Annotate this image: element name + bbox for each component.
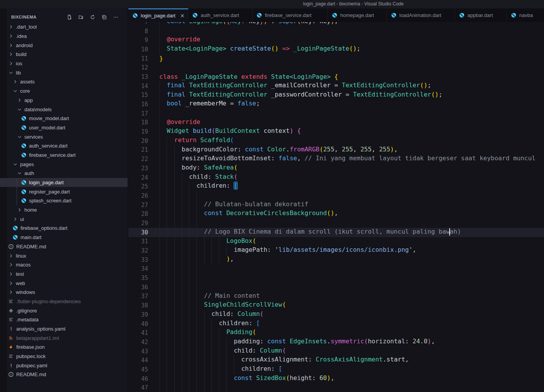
line-number[interactable]: 26	[128, 192, 148, 199]
code-line-31[interactable]: 31LogoBox(	[128, 237, 544, 246]
code-line-34[interactable]: 34	[128, 265, 544, 274]
tab-homepage-dart[interactable]: homepage.dart	[328, 8, 387, 22]
line-number[interactable]: 45	[128, 366, 148, 373]
line-number[interactable]: 16	[128, 101, 148, 108]
tree-file-belajarappdart1-iml[interactable]: belajarappdart1.iml	[0, 333, 128, 343]
tree-file-analysis-options-yaml[interactable]: !analysis_options.yaml	[0, 324, 128, 334]
line-number[interactable]: 7	[128, 22, 148, 25]
new-file-icon[interactable]	[66, 14, 73, 20]
tree-file-main-dart[interactable]: main.dart	[0, 233, 128, 242]
tree-folder-data-models[interactable]: data\models	[0, 105, 128, 114]
line-number[interactable]: 36	[128, 284, 148, 291]
code-line-14[interactable]: 14final TextEditingController _emailCont…	[128, 81, 544, 91]
line-number[interactable]: 46	[128, 375, 148, 382]
code-line-33[interactable]: 33),	[128, 255, 544, 265]
line-number[interactable]: 21	[128, 146, 148, 153]
chevron-down-icon[interactable]	[16, 170, 22, 176]
line-number[interactable]: 42	[128, 339, 148, 346]
tree-folder-auth[interactable]: auth	[0, 169, 128, 178]
tree-file--metadata[interactable]: .metadata	[0, 315, 128, 324]
line-number[interactable]: 19	[128, 128, 148, 135]
line-number[interactable]: 29	[128, 220, 148, 227]
line-number[interactable]: 18	[128, 119, 148, 126]
line-number[interactable]: 38	[128, 302, 148, 309]
tree-folder-assets[interactable]: assets	[0, 77, 128, 87]
code-editor[interactable]: 7const LoginPage({Key? key}) : super(key…	[128, 22, 544, 392]
tree-file-login-page-dart[interactable]: login_page.dart	[0, 178, 128, 187]
tree-folder-lib[interactable]: lib	[0, 68, 128, 77]
line-number[interactable]: 43	[128, 348, 148, 355]
code-line-40[interactable]: 40children: [	[128, 319, 544, 329]
more-actions-icon[interactable]	[112, 14, 119, 20]
line-number[interactable]: 47	[128, 384, 148, 391]
tab-navba[interactable]: navba	[507, 8, 544, 22]
chevron-down-icon[interactable]	[16, 106, 22, 112]
tree-folder-services[interactable]: services	[0, 132, 128, 141]
code-line-32[interactable]: 32imagePath: 'lib/assets/images/icons/ic…	[128, 246, 544, 255]
code-line-27[interactable]: 27// Bulatan-bulatan dekoratif	[128, 200, 544, 210]
code-line-47[interactable]: 47	[128, 384, 544, 392]
code-line-43[interactable]: 43child: Column(	[128, 347, 544, 356]
tree-file-splash-screen-dart[interactable]: splash_screen.dart	[0, 196, 128, 205]
chevron-right-icon[interactable]	[8, 280, 14, 286]
refresh-icon[interactable]	[89, 14, 96, 20]
tree-file-user-model-dart[interactable]: user_model.dart	[0, 123, 128, 132]
line-number[interactable]: 11	[128, 55, 148, 62]
chevron-right-icon[interactable]	[8, 61, 14, 67]
line-number[interactable]: 35	[128, 275, 148, 282]
code-line-37[interactable]: 37// Main content	[128, 292, 544, 301]
tree-file--flutter-plugins-dependencies[interactable]: .flutter-plugins-dependencies	[0, 297, 128, 306]
chevron-right-icon[interactable]	[12, 216, 18, 222]
tree-folder-test[interactable]: test	[0, 270, 128, 279]
tab-auth-service-dart[interactable]: auth_service.dart	[188, 8, 252, 22]
tree-file-firebase-options-dart[interactable]: firebase_options.dart	[0, 224, 128, 233]
tree-file--gitignore[interactable]: .gitignore	[0, 306, 128, 315]
line-number[interactable]: 44	[128, 357, 148, 364]
chevron-down-icon[interactable]	[8, 70, 14, 76]
code-line-35[interactable]: 35	[128, 273, 544, 283]
tree-folder-pages[interactable]: pages	[0, 160, 128, 169]
code-line-44[interactable]: 44crossAxisAlignment: CrossAxisAlignment…	[128, 356, 544, 365]
line-number[interactable]: 41	[128, 329, 148, 336]
code-line-10[interactable]: 10State<LoginPage> createState() => _Log…	[128, 45, 544, 54]
line-number[interactable]: 22	[128, 156, 148, 163]
tree-folder-home[interactable]: home	[0, 205, 128, 215]
collapse-all-icon[interactable]	[101, 14, 107, 20]
tree-file-register-page-dart[interactable]: register_page.dart	[0, 187, 128, 196]
tree-folder--dart-tool[interactable]: .dart_tool	[0, 22, 128, 32]
tree-file-pubspec-yaml[interactable]: !pubspec.yaml	[0, 361, 128, 370]
tab-appbar-dart[interactable]: appbar.dart	[455, 8, 507, 22]
line-number[interactable]: 27	[128, 202, 148, 209]
chevron-right-icon[interactable]	[16, 207, 22, 213]
chevron-right-icon[interactable]	[8, 289, 14, 295]
tree-folder-ios[interactable]: ios	[0, 59, 128, 68]
code-line-12[interactable]: 12	[128, 63, 544, 72]
tree-file-auth-service-dart[interactable]: auth_service.dart	[0, 141, 128, 151]
line-number[interactable]: 33	[128, 256, 148, 263]
line-number[interactable]: 20	[128, 137, 148, 144]
chevron-right-icon[interactable]	[8, 262, 14, 268]
line-number[interactable]: 39	[128, 311, 148, 318]
code-line-15[interactable]: 15final TextEditingController _passwordC…	[128, 91, 544, 100]
code-line-30[interactable]: 30// Logo BIX Cinema di dalam scroll (ik…	[128, 228, 544, 237]
tree-file-firebase-service-dart[interactable]: firebase_service.dart	[0, 151, 128, 160]
chevron-down-icon[interactable]	[16, 134, 22, 140]
code-line-21[interactable]: 21backgroundColor: const Color.fromARGB(…	[128, 146, 544, 155]
line-number[interactable]: 13	[128, 73, 148, 80]
tree-folder-build[interactable]: build	[0, 50, 128, 59]
chevron-right-icon[interactable]	[8, 271, 14, 277]
code-line-8[interactable]: 8	[128, 27, 544, 36]
new-folder-icon[interactable]	[77, 14, 84, 20]
close-icon[interactable]: ✕	[180, 13, 185, 19]
file-tree[interactable]: .dart_tool.ideaandroidbuildioslibassetsc…	[0, 22, 128, 392]
tree-folder-ui[interactable]: ui	[0, 214, 128, 224]
code-line-25[interactable]: 25children: [	[128, 182, 544, 191]
chevron-right-icon[interactable]	[8, 33, 14, 39]
code-line-13[interactable]: 13class _LoginPageState extends State<Lo…	[128, 72, 544, 81]
tab-firebase-service-dart[interactable]: firebase_service.dart	[252, 8, 328, 22]
chevron-down-icon[interactable]	[12, 161, 18, 167]
code-line-24[interactable]: 24child: Stack(	[128, 173, 544, 182]
code-line-38[interactable]: 38SingleChildScrollView(	[128, 301, 544, 310]
code-line-41[interactable]: 41Padding(	[128, 328, 544, 338]
tree-file-firebase-json[interactable]: firebase.json	[0, 343, 128, 352]
